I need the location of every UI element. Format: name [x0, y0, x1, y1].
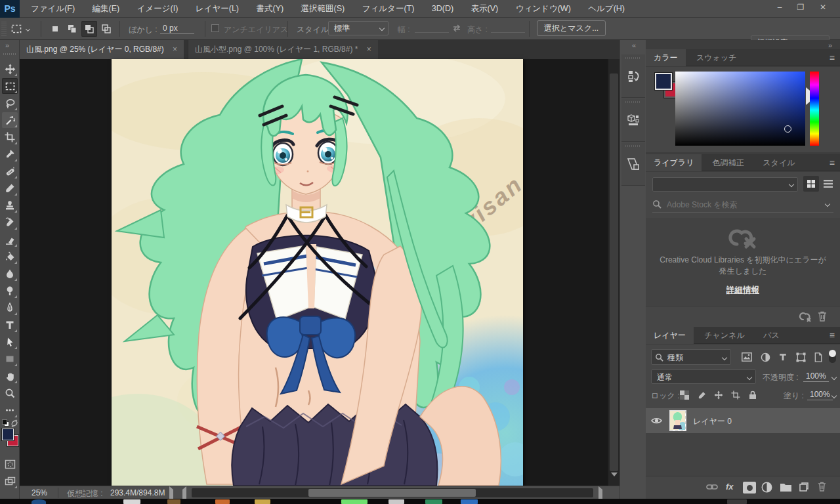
- pen-tool[interactable]: [2, 300, 18, 316]
- select-and-mask-button[interactable]: 選択とマスク...: [537, 20, 606, 36]
- eyedropper-tool[interactable]: [2, 146, 18, 162]
- canvas-pasteboard[interactable]: Trevisan: [20, 59, 608, 486]
- link-layers-icon[interactable]: [706, 484, 718, 490]
- taskbar-icon[interactable]: [341, 499, 368, 504]
- feather-input[interactable]: 0 px: [160, 24, 194, 34]
- horizontal-scrollbar[interactable]: [192, 488, 593, 497]
- taskbar-icon[interactable]: [388, 499, 404, 504]
- details-link[interactable]: 詳細情報: [646, 285, 840, 296]
- quick-mask-button[interactable]: [2, 456, 18, 472]
- fill-input[interactable]: 100%: [807, 390, 833, 400]
- filter-toggle[interactable]: [829, 350, 836, 363]
- hue-slider[interactable]: [810, 72, 819, 146]
- layer-filter-select[interactable]: 種類: [651, 349, 731, 365]
- new-layer-icon[interactable]: [799, 482, 809, 492]
- lasso-tool[interactable]: [2, 95, 18, 111]
- horizontal-scroll-thumb[interactable]: [308, 489, 476, 497]
- filter-shape-layers-button[interactable]: [793, 349, 808, 365]
- brush-tool[interactable]: [2, 180, 18, 196]
- paint-bucket-tool[interactable]: [2, 249, 18, 264]
- blend-mode-select[interactable]: 通常: [651, 369, 756, 384]
- magic-wand-tool[interactable]: [2, 112, 18, 128]
- new-adjustment-layer-icon[interactable]: [761, 482, 772, 493]
- vertical-scrollbar[interactable]: [608, 59, 620, 486]
- windows-taskbar[interactable]: [0, 499, 840, 504]
- grid-view-button[interactable]: [803, 176, 819, 192]
- swap-dimensions-icon[interactable]: [452, 24, 462, 33]
- filter-adjustment-layers-button[interactable]: [757, 349, 773, 365]
- eraser-tool[interactable]: [2, 232, 18, 247]
- blur-tool[interactable]: [2, 266, 18, 282]
- foreground-color-well[interactable]: [655, 73, 672, 90]
- dock-collapse-icon[interactable]: «: [632, 41, 636, 49]
- lock-pixels-button[interactable]: [694, 388, 709, 402]
- chevron-down-icon[interactable]: [831, 375, 837, 380]
- clone-stamp-tool[interactable]: [2, 198, 18, 213]
- layer-row-selected[interactable]: レイヤー 0: [646, 408, 840, 433]
- close-tab-icon[interactable]: ×: [367, 45, 371, 54]
- style-select[interactable]: 標準: [328, 21, 388, 35]
- menu-type[interactable]: 書式(Y): [249, 0, 291, 18]
- lock-all-button[interactable]: [746, 388, 760, 402]
- path-selection-tool[interactable]: [2, 334, 18, 350]
- menu-window[interactable]: ウィンドウ(W): [509, 0, 578, 18]
- cc-sync-icon[interactable]: [798, 311, 812, 323]
- rectangle-shape-tool[interactable]: [2, 351, 18, 367]
- tab-color[interactable]: カラー: [646, 49, 686, 66]
- color-field[interactable]: [675, 72, 805, 146]
- edit-toolbar-button[interactable]: [2, 402, 18, 418]
- menu-file[interactable]: ファイル(F): [24, 0, 82, 18]
- delete-layer-trash-icon[interactable]: [818, 482, 826, 492]
- default-colors-icon[interactable]: [2, 419, 9, 427]
- filter-type-layers-button[interactable]: [775, 349, 791, 365]
- taskbar-tray[interactable]: [727, 499, 747, 504]
- new-group-folder-icon[interactable]: [780, 482, 792, 492]
- crop-tool[interactable]: [2, 129, 18, 145]
- spot-healing-brush-tool[interactable]: [2, 163, 18, 179]
- foreground-color-swatch[interactable]: [2, 429, 14, 440]
- opacity-input[interactable]: 100%: [803, 371, 829, 382]
- transform-panel-button[interactable]: [621, 142, 645, 186]
- move-tool[interactable]: [2, 61, 18, 77]
- rectangular-marquee-tool[interactable]: [2, 78, 18, 94]
- canvas-image[interactable]: Trevisan: [112, 59, 523, 486]
- trash-icon[interactable]: [818, 311, 827, 322]
- menu-select[interactable]: 選択範囲(S): [294, 0, 352, 18]
- lock-transparency-button[interactable]: [677, 388, 692, 402]
- menu-help[interactable]: ヘルプ(H): [581, 0, 632, 18]
- width-input[interactable]: [415, 24, 449, 33]
- tab-swatches[interactable]: スウォッチ: [688, 49, 744, 66]
- taskbar-icon[interactable]: [425, 499, 442, 504]
- tab-libraries[interactable]: ライブラリ: [646, 154, 702, 171]
- menu-layer[interactable]: レイヤー(L): [188, 0, 246, 18]
- antialias-checkbox[interactable]: [211, 24, 219, 32]
- subtract-from-selection-button[interactable]: [81, 21, 97, 37]
- panel-menu-icon[interactable]: ≡: [830, 158, 835, 168]
- panel-menu-icon[interactable]: ≡: [830, 330, 835, 341]
- taskbar-icon[interactable]: [215, 499, 230, 504]
- menu-image[interactable]: イメージ(I): [130, 0, 186, 18]
- tab-layers[interactable]: レイヤー: [646, 327, 694, 344]
- height-input[interactable]: [491, 24, 525, 33]
- list-view-button[interactable]: [820, 176, 836, 192]
- tab-styles[interactable]: スタイル: [755, 154, 803, 171]
- taskbar-icon[interactable]: [32, 499, 46, 504]
- zoom-level[interactable]: 25%: [32, 488, 47, 497]
- toolbar-collapse-icon[interactable]: »: [5, 41, 9, 49]
- layer-name[interactable]: レイヤー 0: [693, 416, 732, 427]
- filter-pixel-layers-button[interactable]: [739, 349, 755, 365]
- taskbar-icon[interactable]: [461, 499, 478, 504]
- add-layer-mask-icon[interactable]: [743, 482, 756, 494]
- taskbar-icon[interactable]: [255, 499, 270, 504]
- menu-edit[interactable]: 編集(E): [85, 0, 127, 18]
- layer-style-icon[interactable]: fx: [726, 482, 734, 492]
- menu-filter[interactable]: フィルター(T): [355, 0, 422, 18]
- layer-thumbnail[interactable]: [669, 410, 686, 431]
- taskbar-icon[interactable]: [167, 499, 180, 504]
- add-to-selection-button[interactable]: [64, 21, 80, 37]
- panel-collapse-icon[interactable]: »: [828, 41, 832, 49]
- filter-smart-objects-button[interactable]: [810, 349, 826, 365]
- history-panel-button[interactable]: [621, 54, 645, 98]
- intersect-selection-button[interactable]: [98, 21, 114, 37]
- document-tab-inactive[interactable]: 山風小型.png @ 100% (レイヤー 1, RGB/8#) * ×: [188, 40, 378, 59]
